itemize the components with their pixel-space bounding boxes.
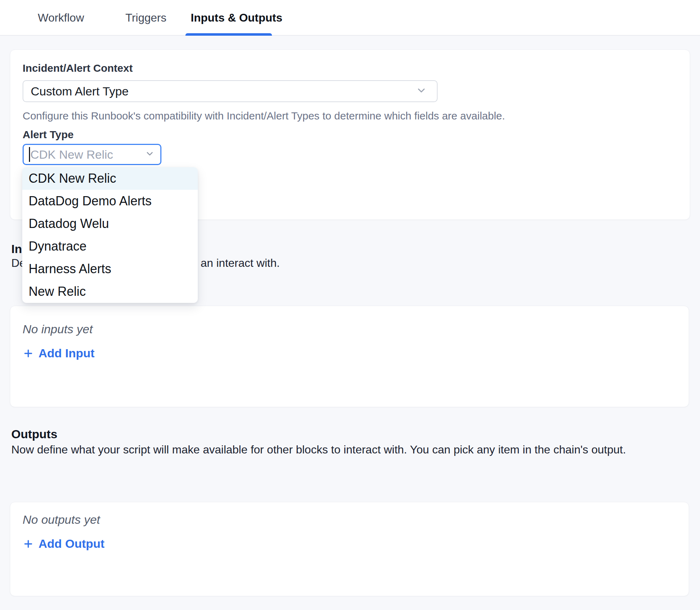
- chevron-down-icon: [145, 149, 155, 160]
- incident-context-selected-value: Custom Alert Type: [23, 84, 129, 98]
- active-tab-indicator: [185, 33, 272, 36]
- add-output-button[interactable]: Add Output: [23, 537, 105, 551]
- inputs-empty-text: No inputs yet: [23, 322, 93, 336]
- alert-type-combobox[interactable]: CDK New Relic: [23, 144, 161, 165]
- add-output-label: Add Output: [38, 537, 105, 551]
- plus-icon: [23, 538, 34, 550]
- text-cursor: [29, 147, 30, 162]
- add-input-button[interactable]: Add Input: [23, 346, 95, 360]
- incident-context-help: Configure this Runbook's compatibility w…: [23, 109, 505, 123]
- dropdown-option-datadog-welu[interactable]: Datadog Welu: [22, 212, 198, 235]
- chevron-down-icon: [416, 85, 427, 98]
- dropdown-option-dynatrace[interactable]: Dynatrace: [22, 235, 198, 258]
- inputs-empty-box: No inputs yet Add Input: [10, 306, 689, 407]
- outputs-empty-box: No outputs yet Add Output: [10, 502, 689, 596]
- incident-context-label: Incident/Alert Context: [23, 62, 133, 75]
- add-input-label: Add Input: [38, 346, 95, 360]
- tab-workflow[interactable]: Workflow: [38, 0, 84, 36]
- outputs-section-description: Now define what your script will make av…: [11, 442, 626, 457]
- outputs-section-title: Outputs: [11, 427, 57, 441]
- dropdown-option-new-relic[interactable]: New Relic: [22, 280, 198, 303]
- alert-type-label: Alert Type: [23, 128, 73, 141]
- tab-triggers[interactable]: Triggers: [125, 0, 166, 36]
- incident-context-select[interactable]: Custom Alert Type: [23, 80, 438, 102]
- dropdown-option-harness-alerts[interactable]: Harness Alerts: [22, 258, 198, 280]
- outputs-empty-text: No outputs yet: [23, 513, 100, 527]
- tab-bar: Workflow Triggers Inputs & Outputs: [0, 0, 700, 36]
- plus-icon: [23, 348, 34, 359]
- dropdown-option-cdk-new-relic[interactable]: CDK New Relic: [22, 167, 198, 190]
- alert-type-dropdown-menu: CDK New Relic DataDog Demo Alerts Datado…: [22, 167, 198, 303]
- inputs-section-description-end: an interact with.: [201, 256, 280, 270]
- alert-type-placeholder: CDK New Relic: [30, 148, 113, 162]
- tab-inputs-outputs[interactable]: Inputs & Outputs: [191, 0, 283, 36]
- dropdown-option-datadog-demo-alerts[interactable]: DataDog Demo Alerts: [22, 190, 198, 212]
